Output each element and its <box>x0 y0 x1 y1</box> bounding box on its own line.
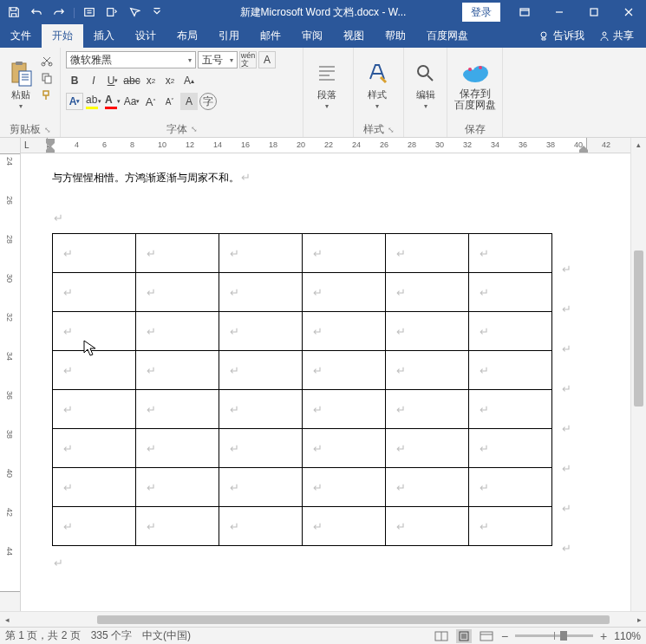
bold-button[interactable]: B <box>66 72 83 89</box>
shrink-font-button[interactable]: A˅ <box>161 93 179 110</box>
tab-file[interactable]: 文件 <box>0 24 42 48</box>
strikethrough-button[interactable]: abc <box>123 72 140 89</box>
scroll-right-icon[interactable]: ▸ <box>632 615 646 624</box>
tab-help[interactable]: 帮助 <box>375 24 416 48</box>
paste-button[interactable]: 粘贴 ▾ <box>5 51 36 119</box>
cut-icon[interactable] <box>39 53 55 68</box>
table-cell[interactable]: ↵ <box>136 390 219 429</box>
editing-button[interactable]: 编辑 ▾ <box>409 51 441 119</box>
font-size-combo[interactable]: 五号▾ <box>198 51 238 68</box>
scroll-up-icon[interactable]: ▴ <box>631 138 646 152</box>
right-indent-marker-icon[interactable] <box>578 145 589 153</box>
table-cell[interactable]: ↵ <box>386 312 469 351</box>
page-count[interactable]: 第 1 页，共 2 页 <box>5 628 81 643</box>
table-cell[interactable]: ↵ <box>53 429 136 468</box>
highlight-button[interactable]: ab▾ <box>85 93 102 110</box>
language[interactable]: 中文(中国) <box>142 628 191 643</box>
qat-btn-5[interactable] <box>101 2 122 23</box>
table-cell[interactable]: ↵ <box>53 468 136 507</box>
table-cell[interactable]: ↵ <box>136 234 219 273</box>
table-cell[interactable]: ↵ <box>386 468 469 507</box>
horizontal-ruler[interactable]: L 24681012141618202224262830323436384042 <box>21 138 630 153</box>
styles-button[interactable]: 样式 ▾ <box>359 51 395 119</box>
table-cell[interactable]: ↵ <box>386 351 469 390</box>
enclose-char-icon[interactable]: 字 <box>199 93 217 110</box>
scroll-thumb[interactable] <box>97 615 610 624</box>
close-icon[interactable] <box>611 0 646 24</box>
zoom-in-button[interactable]: + <box>600 629 607 643</box>
tab-baidu[interactable]: 百度网盘 <box>416 24 479 48</box>
table-cell[interactable]: ↵ <box>386 273 469 312</box>
table-cell[interactable]: ↵ <box>136 273 219 312</box>
web-layout-icon[interactable] <box>479 629 494 643</box>
table-cell[interactable]: ↵ <box>219 507 303 546</box>
horizontal-scrollbar[interactable]: ◂ ▸ <box>0 611 646 627</box>
qat-btn-4[interactable] <box>79 2 100 23</box>
tab-insert[interactable]: 插入 <box>83 24 125 48</box>
table-cell[interactable]: ↵ <box>469 429 552 468</box>
table-cell[interactable]: ↵ <box>469 312 552 351</box>
table-cell[interactable]: ↵ <box>219 429 303 468</box>
dialog-launcher-icon[interactable]: ⤡ <box>191 125 198 133</box>
font-name-combo[interactable]: 微软雅黑▾ <box>66 51 196 68</box>
superscript-button[interactable]: x2 <box>161 72 179 89</box>
table-cell[interactable]: ↵ <box>136 312 219 351</box>
table-cell[interactable]: ↵ <box>53 351 136 390</box>
share-button[interactable]: 共享 <box>593 24 639 48</box>
read-mode-icon[interactable] <box>434 629 449 643</box>
table-cell[interactable]: ↵ <box>386 234 469 273</box>
table-cell[interactable]: ↵ <box>469 234 552 273</box>
underline-button[interactable]: U▾ <box>104 72 121 89</box>
table-cell[interactable]: ↵ <box>53 234 136 273</box>
table-cell[interactable]: ↵ <box>469 468 552 507</box>
qat-dropdown-icon[interactable] <box>147 2 167 23</box>
table-cell[interactable]: ↵ <box>303 468 386 507</box>
table-cell[interactable]: ↵ <box>53 390 136 429</box>
document-table[interactable]: ↵↵↵↵↵↵↵↵↵↵↵↵↵↵↵↵↵↵↵↵↵↵↵↵↵↵↵↵↵↵↵↵↵↵↵↵↵↵↵↵… <box>52 233 552 546</box>
grow-font-button[interactable]: A˄ <box>142 93 160 110</box>
scroll-left-icon[interactable]: ◂ <box>0 615 14 624</box>
table-cell[interactable]: ↵ <box>136 351 219 390</box>
minimize-icon[interactable] <box>542 0 577 24</box>
ribbon-display-icon[interactable] <box>507 0 542 24</box>
save-icon[interactable] <box>3 2 24 23</box>
text-effects-button[interactable]: A▾ <box>66 93 83 110</box>
document-viewport[interactable]: 与方惺惺相惜。方鸿渐逐渐与周家不和。↵ ↵ ↵↵↵↵↵↵↵↵↵↵↵↵↵↵↵↵↵↵… <box>21 153 630 627</box>
tab-references[interactable]: 引用 <box>208 24 250 48</box>
login-button[interactable]: 登录 <box>462 3 500 22</box>
redo-icon[interactable] <box>49 2 69 23</box>
table-cell[interactable]: ↵ <box>386 507 469 546</box>
table-cell[interactable]: ↵ <box>136 507 219 546</box>
italic-button[interactable]: I <box>85 72 102 89</box>
font-color-button[interactable]: A▾ <box>104 93 121 110</box>
zoom-out-button[interactable]: − <box>501 629 508 643</box>
table-cell[interactable]: ↵ <box>469 351 552 390</box>
table-cell[interactable]: ↵ <box>136 429 219 468</box>
maximize-icon[interactable] <box>577 0 611 24</box>
tab-design[interactable]: 设计 <box>125 24 166 48</box>
table-cell[interactable]: ↵ <box>53 312 136 351</box>
table-cell[interactable]: ↵ <box>469 507 552 546</box>
table-cell[interactable]: ↵ <box>469 273 552 312</box>
zoom-level[interactable]: 110% <box>614 630 641 642</box>
tab-view[interactable]: 视图 <box>333 24 375 48</box>
paragraph-button[interactable]: 段落 ▾ <box>309 51 345 119</box>
tab-mailings[interactable]: 邮件 <box>250 24 291 48</box>
print-layout-icon[interactable] <box>456 629 472 643</box>
table-cell[interactable]: ↵ <box>136 468 219 507</box>
tell-me[interactable]: 告诉我 <box>532 24 589 48</box>
table-cell[interactable]: ↵ <box>303 429 386 468</box>
undo-icon[interactable] <box>26 2 47 23</box>
char-shading-icon[interactable]: A <box>180 93 198 110</box>
phonetic-guide-icon[interactable]: wén文 <box>239 51 257 68</box>
table-cell[interactable]: ↵ <box>303 273 386 312</box>
table-cell[interactable]: ↵ <box>303 234 386 273</box>
change-case-button[interactable]: Aa▾ <box>123 93 140 110</box>
zoom-slider[interactable] <box>515 634 593 637</box>
table-cell[interactable]: ↵ <box>303 507 386 546</box>
table-cell[interactable]: ↵ <box>219 390 303 429</box>
dialog-launcher-icon[interactable]: ⤡ <box>388 126 395 134</box>
vertical-ruler[interactable]: 2426283032343638404244 <box>0 138 21 627</box>
format-painter-icon[interactable] <box>39 88 55 103</box>
table-cell[interactable]: ↵ <box>53 507 136 546</box>
